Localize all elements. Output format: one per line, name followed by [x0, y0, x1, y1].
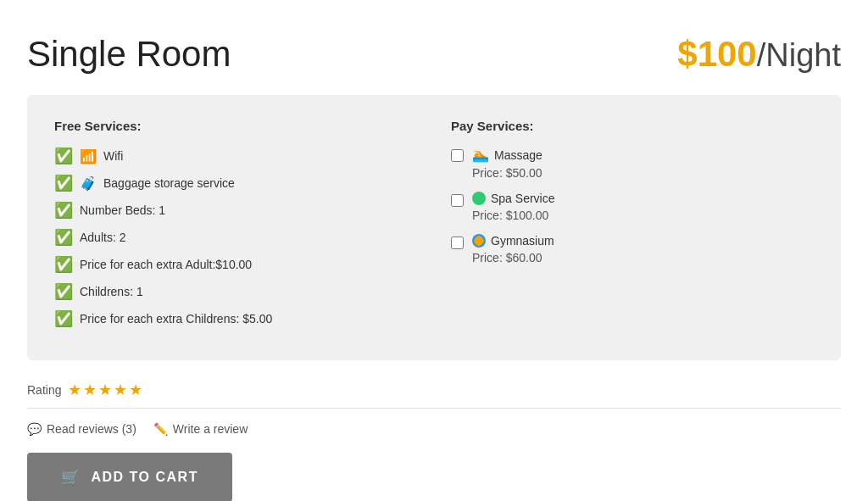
gym-icon	[472, 234, 486, 248]
gym-label: Gymnasium	[491, 234, 554, 248]
free-services-section: Free Services: ✅ 📶 Wifi ✅ 🧳 Baggage stor…	[54, 119, 417, 337]
check-icon: ✅	[54, 309, 73, 328]
check-icon: ✅	[54, 228, 73, 247]
write-review-label: Write a review	[173, 422, 248, 436]
pencil-icon: ✏️	[153, 422, 168, 436]
comment-icon: 💬	[27, 422, 42, 436]
spa-checkbox[interactable]	[451, 194, 464, 207]
gym-info: Gymnasium Price: $60.00	[472, 234, 554, 264]
service-label: Price for each extra Childrens: $5.00	[80, 312, 272, 326]
list-item: ✅ Number Beds: 1	[54, 201, 417, 220]
service-label: Adults: 2	[80, 231, 125, 244]
price-per-night: /Night	[757, 37, 841, 74]
header-row: Single Room $100 /Night	[27, 34, 841, 75]
massage-info: 🏊 Massage Price: $50.00	[472, 147, 542, 180]
services-panel: Free Services: ✅ 📶 Wifi ✅ 🧳 Baggage stor…	[27, 95, 841, 360]
check-icon: ✅	[54, 147, 73, 165]
add-to-cart-button[interactable]: 🛒 ADD TO CART	[27, 453, 232, 501]
check-icon: ✅	[54, 282, 73, 301]
pay-services-title: Pay Services:	[451, 119, 814, 133]
spa-price: Price: $100.00	[472, 209, 554, 222]
list-item: ✅ 🧳 Baggage storage service	[54, 174, 417, 192]
price-amount: $100	[677, 34, 756, 75]
divider	[27, 408, 841, 409]
spa-icon	[472, 192, 486, 205]
star-1: ★	[68, 381, 81, 399]
service-label: Childrens: 1	[80, 285, 143, 298]
add-to-cart-label: ADD TO CART	[92, 470, 198, 485]
room-title: Single Room	[27, 34, 231, 75]
gym-price: Price: $60.00	[472, 251, 554, 264]
star-rating: ★ ★ ★ ★ ★	[68, 381, 142, 399]
star-5-half: ★	[129, 381, 142, 399]
service-label: Price for each extra Adult:$10.00	[80, 258, 252, 271]
baggage-icon: 🧳	[80, 175, 97, 192]
check-icon: ✅	[54, 255, 73, 274]
list-item: ✅ Price for each extra Childrens: $5.00	[54, 309, 417, 328]
spa-label: Spa Service	[491, 192, 554, 205]
service-label: Baggage storage service	[103, 176, 235, 190]
rating-row: Rating ★ ★ ★ ★ ★	[27, 381, 841, 399]
gym-checkbox[interactable]	[451, 237, 464, 249]
spa-info: Spa Service Price: $100.00	[472, 192, 554, 222]
price-display: $100 /Night	[677, 34, 841, 75]
massage-checkbox[interactable]	[451, 149, 464, 162]
list-item: ✅ Adults: 2	[54, 228, 417, 247]
check-icon: ✅	[54, 201, 73, 220]
star-4: ★	[114, 381, 127, 399]
service-label: Number Beds: 1	[80, 203, 165, 217]
check-icon: ✅	[54, 174, 73, 192]
star-3: ★	[98, 381, 112, 399]
write-review-link[interactable]: ✏️ Write a review	[153, 422, 248, 436]
star-2: ★	[83, 381, 97, 399]
gym-name-row: Gymnasium	[472, 234, 554, 248]
massage-name-row: 🏊 Massage	[472, 147, 542, 163]
pay-service-massage: 🏊 Massage Price: $50.00	[451, 147, 814, 180]
list-item: ✅ Price for each extra Adult:$10.00	[54, 255, 417, 274]
massage-price: Price: $50.00	[472, 166, 542, 180]
list-item: ✅ Childrens: 1	[54, 282, 417, 301]
wifi-icon: 📶	[80, 148, 97, 164]
spa-name-row: Spa Service	[472, 192, 554, 205]
page-container: Single Room $100 /Night Free Services: ✅…	[19, 17, 849, 501]
service-label: Wifi	[103, 149, 123, 163]
read-reviews-link[interactable]: 💬 Read reviews (3)	[27, 422, 136, 436]
massage-label: Massage	[494, 148, 542, 162]
cart-icon: 🛒	[61, 468, 81, 487]
read-reviews-label: Read reviews (3)	[47, 422, 136, 436]
free-services-title: Free Services:	[54, 119, 417, 133]
rating-label: Rating	[27, 383, 61, 397]
reviews-row: 💬 Read reviews (3) ✏️ Write a review	[27, 422, 841, 436]
pay-service-gym: Gymnasium Price: $60.00	[451, 234, 814, 264]
massage-icon: 🏊	[472, 147, 489, 163]
pay-service-spa: Spa Service Price: $100.00	[451, 192, 814, 222]
pay-services-section: Pay Services: 🏊 Massage Price: $50.00	[451, 119, 814, 337]
list-item: ✅ 📶 Wifi	[54, 147, 417, 165]
